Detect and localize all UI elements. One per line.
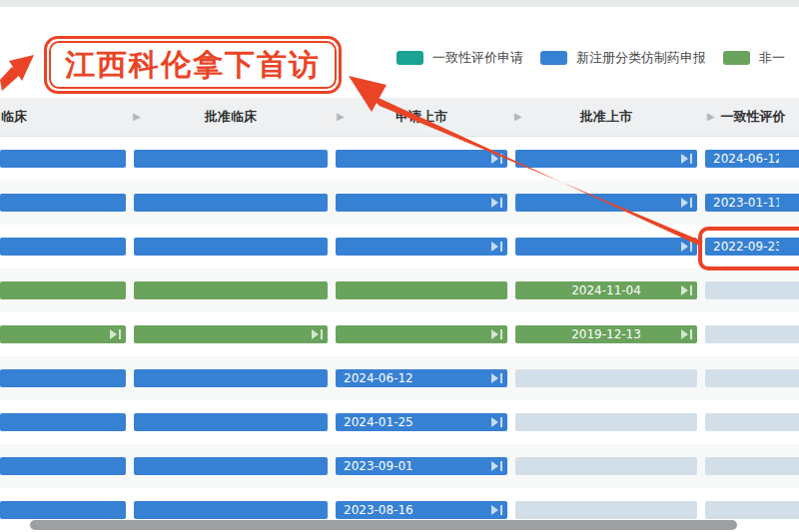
play-step-icon — [681, 329, 692, 339]
stage-bar[interactable] — [134, 150, 328, 168]
pipeline-rows: 2024-06-122023-01-112022-09-232024-11-04… — [0, 137, 799, 532]
stage-bar[interactable] — [134, 281, 328, 299]
play-step-icon — [681, 285, 692, 295]
stage-bar[interactable] — [134, 501, 328, 519]
stage-bar[interactable] — [336, 281, 507, 299]
empty-stage-bar — [515, 369, 697, 387]
play-step-icon — [491, 461, 502, 471]
stage-bar[interactable] — [336, 238, 507, 256]
pipeline-row: 2023-09-01 — [0, 444, 799, 488]
stage-bar[interactable] — [0, 238, 126, 256]
play-step-icon — [491, 329, 502, 339]
legend-item-new-registration-generic[interactable]: 新注册分类仿制药申报 — [540, 49, 706, 67]
date-label: 2023-01-11 — [713, 194, 779, 212]
header-clinical: 临床 — [1, 98, 127, 136]
stage-bar[interactable] — [0, 501, 126, 519]
empty-stage-bar — [515, 457, 697, 475]
stage-bar[interactable] — [515, 150, 697, 168]
stage-bar[interactable]: 2024-06-12 — [705, 150, 799, 168]
stage-bar[interactable]: 2022-09-23 — [705, 238, 799, 256]
pipeline-row: 2024-11-04 — [0, 268, 799, 312]
legend-item-non-new-registration[interactable]: 非一 — [723, 49, 785, 67]
header-approved-market: 批准上市 — [515, 98, 697, 136]
stage-bar[interactable] — [515, 194, 697, 212]
stage-bar[interactable]: 2024-11-04 — [515, 281, 697, 299]
top-strip — [0, 0, 799, 7]
annotation-box-inner: 江西科伦拿下首访 — [49, 41, 337, 89]
stage-bar[interactable]: 2023-08-16 — [336, 501, 507, 519]
pipeline-timeline-screen: 一致性评价申请 新注册分类仿制药申报 非一 临床 ▶ 批准临床 ▶ 申请上市 ▶… — [0, 0, 799, 532]
stage-bar[interactable] — [336, 194, 507, 212]
empty-stage-bar — [705, 325, 799, 343]
pipeline-row: 2023-01-11 — [0, 181, 799, 225]
empty-stage-bar — [515, 501, 697, 519]
date-label: 2024-06-12 — [344, 369, 485, 387]
header-consistency-evaluation: 一致性评价 — [705, 98, 799, 136]
play-step-icon — [681, 198, 692, 208]
pipeline-row: 2019-12-13 — [0, 312, 799, 356]
stage-bar[interactable]: 2024-06-12 — [336, 369, 507, 387]
stage-bar[interactable] — [0, 194, 126, 212]
stage-bar[interactable] — [336, 325, 507, 343]
annotation-box: 江西科伦拿下首访 — [44, 36, 342, 94]
stage-bar[interactable] — [134, 194, 328, 212]
pipeline-row: 2024-06-12 — [0, 356, 799, 400]
stage-bar[interactable] — [0, 457, 126, 475]
empty-stage-bar — [515, 413, 697, 431]
date-label: 2024-01-25 — [344, 413, 485, 431]
annotation-label: 江西科伦拿下首访 — [65, 45, 321, 86]
red-arrow-up-left-icon — [9, 55, 34, 81]
legend-item-consistency-application[interactable]: 一致性评价申请 — [397, 49, 523, 67]
play-step-icon — [491, 417, 502, 427]
horizontal-scrollbar[interactable] — [30, 520, 737, 530]
header-approved-clinical: 批准临床 — [134, 98, 328, 136]
red-arrow-up-left-shaft — [0, 67, 21, 91]
legend: 一致性评价申请 新注册分类仿制药申报 非一 — [397, 48, 785, 68]
empty-stage-bar — [705, 501, 799, 519]
stage-bar[interactable] — [0, 369, 126, 387]
stage-bar[interactable]: 2024-01-25 — [336, 413, 507, 431]
legend-label: 一致性评价申请 — [432, 49, 523, 67]
legend-label: 非一 — [759, 49, 785, 67]
date-label: 2023-08-16 — [344, 501, 485, 519]
pipeline-row: 2022-09-23 — [0, 225, 799, 268]
date-label: 2022-09-23 — [713, 238, 779, 256]
stage-bar[interactable] — [0, 413, 126, 431]
stage-bar[interactable] — [134, 369, 328, 387]
play-step-icon — [491, 373, 502, 383]
play-step-icon — [491, 198, 502, 208]
stage-bar[interactable] — [134, 457, 328, 475]
legend-label: 新注册分类仿制药申报 — [576, 49, 706, 67]
pipeline-row: 2024-01-25 — [0, 400, 799, 444]
stage-bar[interactable]: 2019-12-13 — [515, 325, 697, 343]
play-step-icon — [491, 505, 502, 515]
empty-stage-bar — [705, 369, 799, 387]
legend-swatch-teal — [397, 51, 423, 65]
pipeline-row: 2024-06-12 — [0, 137, 799, 181]
stage-bar[interactable] — [134, 413, 328, 431]
play-step-icon — [491, 242, 502, 252]
stage-header-row: 临床 ▶ 批准临床 ▶ 申请上市 ▶ 批准上市 ▶ 一致性评价 — [0, 98, 799, 137]
stage-bar[interactable]: 2023-01-11 — [705, 194, 799, 212]
play-step-icon — [681, 242, 692, 252]
stage-bar[interactable] — [0, 325, 126, 343]
play-step-icon — [312, 329, 323, 339]
stage-bar[interactable] — [0, 150, 126, 168]
stage-bar[interactable]: 2023-09-01 — [336, 457, 507, 475]
play-step-icon — [491, 154, 502, 164]
stage-bar[interactable] — [0, 281, 126, 299]
play-step-icon — [681, 154, 692, 164]
date-label: 2023-09-01 — [344, 457, 485, 475]
legend-swatch-green — [723, 51, 750, 65]
empty-stage-bar — [705, 281, 799, 299]
header-apply-market: 申请上市 — [336, 98, 507, 136]
empty-stage-bar — [705, 413, 799, 431]
date-label: 2024-11-04 — [515, 281, 697, 299]
stage-bar[interactable] — [134, 325, 328, 343]
empty-stage-bar — [705, 457, 799, 475]
stage-bar[interactable] — [134, 238, 328, 256]
stage-bar[interactable] — [336, 150, 507, 168]
stage-bar[interactable] — [515, 238, 697, 256]
date-label: 2024-06-12 — [713, 150, 779, 168]
legend-swatch-blue — [540, 51, 567, 65]
